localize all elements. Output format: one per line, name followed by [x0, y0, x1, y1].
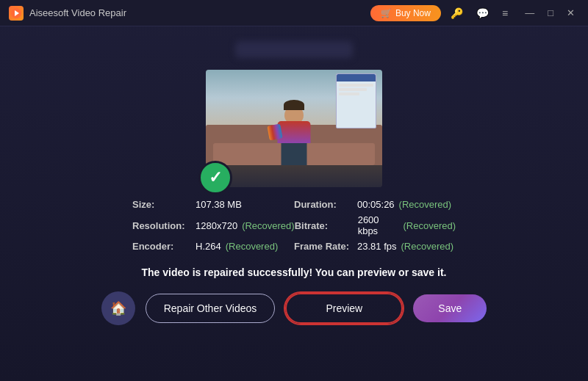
resolution-label: Resolution:: [132, 220, 191, 231]
bitrate-label: Bitrate:: [295, 220, 354, 231]
info-section: Size: 107.38 MB Duration: 00:05:26 (Reco…: [132, 199, 456, 256]
info-row-1: Size: 107.38 MB Duration: 00:05:26 (Reco…: [132, 199, 456, 210]
minimize-button[interactable]: —: [520, 6, 539, 20]
close-button[interactable]: ✕: [562, 6, 579, 20]
framerate-label: Frame Rate:: [294, 241, 353, 252]
encoder-label: Encoder:: [132, 241, 191, 252]
resolution-value: 1280x720: [196, 220, 237, 231]
buy-now-label: Buy Now: [395, 8, 431, 18]
encoder-status: (Recovered): [226, 241, 279, 252]
duration-value: 00:05:26: [357, 199, 395, 210]
filename-display: [235, 41, 353, 58]
resolution-status: (Recovered): [242, 220, 295, 231]
framerate-status: (Recovered): [401, 241, 454, 252]
repair-button-label: Repair Other Videos: [164, 302, 257, 314]
app-title: Aiseesoft Video Repair: [29, 7, 126, 18]
menu-icon-button[interactable]: ≡: [498, 6, 512, 21]
save-button-label: Save: [438, 302, 462, 314]
repair-other-videos-button[interactable]: Repair Other Videos: [146, 294, 276, 323]
encoder-value: H.264: [196, 241, 221, 252]
bitrate-info: Bitrate: 2600 kbps (Recovered): [295, 214, 456, 236]
size-value: 107.38 MB: [196, 199, 242, 210]
size-info: Size: 107.38 MB: [132, 199, 294, 210]
cart-icon: 🛒: [381, 8, 392, 18]
buttons-row: 🏠 Repair Other Videos Preview Save: [101, 291, 487, 325]
duration-info: Duration: 00:05:26 (Recovered): [294, 199, 456, 210]
success-checkmark: ✓: [198, 161, 232, 195]
title-bar-left: Aiseesoft Video Repair: [9, 6, 126, 21]
preview-button-label: Preview: [326, 302, 362, 314]
preview-button[interactable]: Preview: [285, 293, 403, 324]
maximize-button[interactable]: □: [543, 6, 558, 20]
home-button[interactable]: 🏠: [101, 291, 135, 325]
framerate-info: Frame Rate: 23.81 fps (Recovered): [294, 241, 456, 252]
title-bar-right: 🛒 Buy Now 🔑 💬 ≡ — □ ✕: [370, 5, 579, 21]
framerate-value: 23.81 fps: [357, 241, 397, 252]
resolution-info: Resolution: 1280x720 (Recovered): [132, 214, 295, 236]
key-icon-button[interactable]: 🔑: [447, 6, 467, 21]
encoder-info: Encoder: H.264 (Recovered): [132, 241, 294, 252]
bitrate-value: 2600 kbps: [358, 214, 399, 236]
duration-label: Duration:: [294, 199, 353, 210]
app-logo: [9, 6, 24, 21]
main-content: ✓ Size: 107.38 MB Duration: 00:05:26 (Re…: [0, 26, 588, 381]
video-preview-container: ✓: [206, 70, 382, 187]
home-icon: 🏠: [110, 300, 126, 316]
size-label: Size:: [132, 199, 191, 210]
video-thumbnail: [206, 70, 382, 187]
window-controls: — □ ✕: [520, 6, 579, 20]
bitrate-status: (Recovered): [403, 220, 456, 231]
buy-now-button[interactable]: 🛒 Buy Now: [370, 5, 441, 21]
chat-icon-button[interactable]: 💬: [473, 6, 492, 21]
success-message: The video is repaired successfully! You …: [142, 266, 447, 278]
save-button[interactable]: Save: [413, 294, 487, 322]
duration-status: (Recovered): [399, 199, 452, 210]
info-row-3: Encoder: H.264 (Recovered) Frame Rate: 2…: [132, 241, 456, 252]
title-bar: Aiseesoft Video Repair 🛒 Buy Now 🔑 💬 ≡ —…: [0, 0, 588, 26]
info-row-2: Resolution: 1280x720 (Recovered) Bitrate…: [132, 214, 456, 236]
video-background: [206, 70, 382, 187]
